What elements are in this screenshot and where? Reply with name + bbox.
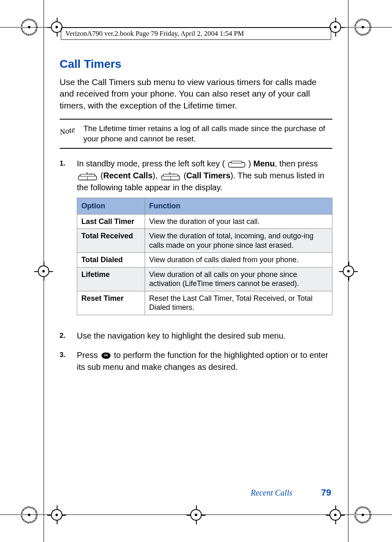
- ok-key-icon: OK: [101, 353, 111, 359]
- section-title: Call Timers: [60, 58, 332, 71]
- table-head-option: Option: [77, 198, 145, 214]
- step-number: 3.: [60, 349, 69, 373]
- table-row: Reset TimerReset the Last Call Timer, To…: [77, 291, 332, 315]
- step1-recent-calls-label: Recent Calls: [103, 171, 152, 180]
- svg-rect-10: [163, 174, 178, 176]
- printmark-top-right: [354, 18, 371, 36]
- table-row: Total DialedView duration of calls diale…: [77, 253, 332, 268]
- step-number: 1.: [60, 158, 69, 322]
- step-1: 1. In standby mode, press the left soft …: [60, 158, 332, 322]
- footer-section-name: Recent Calls: [251, 488, 293, 498]
- fn-cell: View duration of all calls on your phone…: [145, 267, 332, 291]
- table-row: Total ReceivedView the duration of total…: [77, 229, 332, 253]
- step-3: 3. Press OK to perform the function for …: [60, 349, 332, 373]
- regmark-mid-right: [339, 262, 358, 281]
- step-2: 2. Use the navigation key to highlight t…: [60, 330, 332, 342]
- step3-text-b: to perform the function for the highligh…: [77, 351, 328, 371]
- step2-body: Use the navigation key to highlight the …: [77, 330, 332, 342]
- step3-text-a: Press: [77, 351, 100, 360]
- page-footer: Recent Calls 79: [251, 487, 331, 498]
- softkey-icon: [228, 161, 245, 168]
- note-block: The Lifetime timer retains a log of all …: [60, 119, 332, 149]
- step1-call-timers-label: Call Timers: [186, 171, 230, 180]
- svg-rect-1: [231, 161, 242, 163]
- table-head-function: Function: [145, 198, 332, 214]
- key-5-icon: 5JKL: [161, 172, 180, 181]
- printmark-top-left: [21, 18, 38, 36]
- fn-cell: View the duration of your last call.: [145, 214, 332, 229]
- regmark-bottom-right: [326, 505, 345, 524]
- note-icon: [60, 124, 79, 138]
- svg-rect-5: [80, 174, 95, 176]
- steps-list: 1. In standby mode, press the left soft …: [60, 158, 332, 373]
- opt-cell: Reset Timer: [77, 291, 145, 315]
- options-table: Option Function Last Call TimerView the …: [77, 198, 332, 315]
- step1-text-b: ): [248, 159, 253, 168]
- fn-cell: View the duration of total, incoming, an…: [145, 229, 332, 253]
- printmark-bottom-left: [21, 506, 38, 524]
- regmark-bottom-left: [47, 505, 66, 524]
- intro-paragraph: Use the Call Timers sub menu to view var…: [60, 76, 332, 111]
- fn-cell: Reset the Last Call Timer, Total Receive…: [145, 291, 332, 315]
- printmark-bottom-right: [354, 506, 371, 524]
- table-row: Last Call TimerView the duration of your…: [77, 214, 332, 229]
- key-2-icon: 2ABC: [78, 172, 97, 181]
- step1-menu-label: Menu: [254, 159, 275, 168]
- opt-cell: Total Dialed: [77, 253, 145, 268]
- opt-cell: Lifetime: [77, 267, 145, 291]
- step1-text-e: ),: [152, 171, 160, 180]
- note-text: The Lifetime timer retains a log of all …: [83, 124, 332, 144]
- table-row: LifetimeView duration of all calls on yo…: [77, 267, 332, 291]
- step1-text-a: In standby mode, press the left soft key…: [77, 159, 225, 168]
- footer-page-number: 79: [321, 487, 331, 498]
- page-content: Call Timers Use the Call Timers sub menu…: [60, 58, 332, 476]
- regmark-bottom-center: [187, 505, 205, 524]
- regmark-mid-left: [34, 262, 53, 281]
- step-number: 2.: [60, 330, 69, 342]
- opt-cell: Last Call Timer: [77, 214, 145, 229]
- fn-cell: View duration of calls dialed from your …: [145, 253, 332, 268]
- opt-cell: Total Received: [77, 229, 145, 253]
- step1-text-c: , then press: [275, 159, 318, 168]
- page-header: VerizonA790 ver.2.book Page 79 Friday, A…: [61, 28, 331, 40]
